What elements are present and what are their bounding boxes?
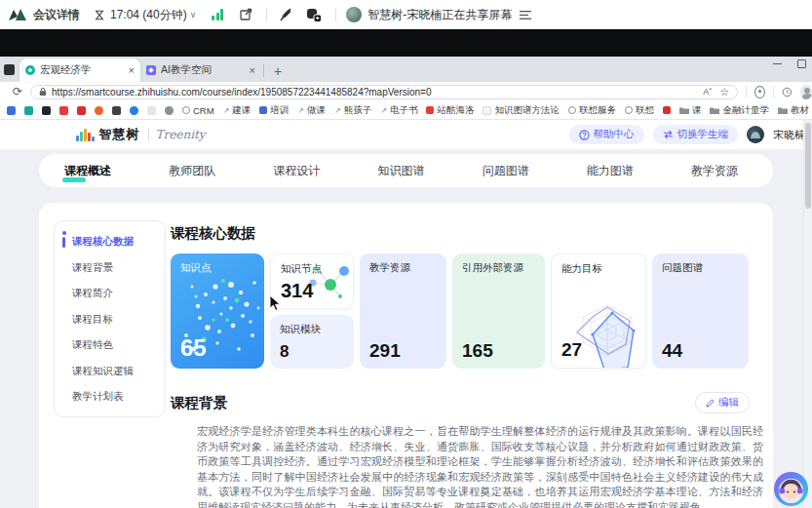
menu-course-features[interactable]: 课程特色 (55, 332, 165, 359)
stat-knowledge-modules[interactable]: 知识模块 8 (270, 315, 354, 369)
audio-interpretation-icon[interactable] (306, 8, 322, 22)
stats-row: 知识点 65 知识节点 314 (171, 254, 763, 369)
bookmark-favicon[interactable] (112, 106, 121, 115)
nav-course-overview[interactable]: 课程概述 (64, 163, 111, 179)
bookmark-lenovo[interactable]: 联想 (625, 104, 654, 117)
ai-assistant-avatar[interactable] (773, 471, 809, 507)
popout-window-icon[interactable] (239, 8, 252, 21)
divider (263, 64, 264, 77)
bookmark-folder-ke[interactable]: 课 (679, 104, 702, 117)
bookmark-crm[interactable]: CRM (182, 105, 214, 116)
edit-button[interactable]: 编辑 (695, 392, 750, 413)
bookmark-jianke[interactable]: ↗建课 (223, 104, 251, 117)
nav-ability-graph[interactable]: 能力图谱 (587, 163, 634, 179)
bookmark-favicon[interactable] (663, 106, 671, 114)
menu-icon[interactable] (520, 11, 531, 20)
bookmark-favicon[interactable] (77, 106, 86, 115)
bookmark-favicon[interactable] (95, 106, 103, 115)
bookmark-zuoke[interactable]: ↗做课 (297, 104, 326, 117)
bookmark-favicon[interactable] (165, 106, 174, 115)
bookmark-favicon[interactable] (42, 106, 51, 115)
meeting-app-logo-icon (8, 8, 27, 21)
url-text[interactable]: https://smartcourse.zhihuishu.com/course… (52, 87, 697, 98)
meeting-toolbar: 会议详情 17:04 (40分钟) ∨ 智慧树-宋晓楠正在共享屏幕 (0, 0, 812, 29)
desktop-background (0, 29, 812, 57)
meeting-details-button[interactable]: 会议详情 (33, 7, 80, 23)
read-aloud-icon[interactable]: Aˆ (703, 87, 712, 97)
bookmark-favicon[interactable] (130, 106, 138, 115)
bookmark-zhanku[interactable]: 站酷海洛 (426, 104, 474, 117)
mouse-cursor (269, 294, 283, 312)
bookmark-favicon[interactable] (59, 106, 68, 115)
browser-corner-icon[interactable] (4, 64, 15, 75)
bookmark-folder-textbook[interactable]: 教材 (778, 104, 809, 117)
menu-course-goals[interactable]: 课程目标 (55, 307, 165, 333)
browser-profile-avatar[interactable] (800, 85, 812, 99)
bookmark-star-icon[interactable]: ☆ (719, 86, 729, 98)
browser-window: 宏观经济学 × AI教学空间 × + ⟳ https://smartcourse… (0, 57, 812, 508)
screen: 会议详情 17:04 (40分钟) ∨ 智慧树-宋晓楠正在共享屏幕 (0, 0, 812, 508)
menu-teaching-plan[interactable]: 教学计划表 (55, 384, 165, 410)
ai-space-favicon (146, 65, 156, 75)
nav-teacher-team[interactable]: 教师团队 (169, 163, 215, 179)
tab-course[interactable]: 宏观经济学 × (19, 59, 140, 82)
zhihuishu-favicon (25, 65, 35, 75)
menu-course-background[interactable]: 课程背景 (55, 255, 165, 282)
stat-knowledge-points[interactable]: 知识点 65 (171, 254, 264, 369)
bookmark-lenovo-service[interactable]: 联想服务 (568, 104, 616, 117)
bookmark-xionghaizi[interactable]: ↗熊孩子 (334, 104, 371, 117)
main-content: 课程核心数据 (171, 203, 763, 508)
page-viewport: 智慧树 Treenity 帮助中心 切换学生端 宋晓楠 (0, 120, 812, 508)
new-tab-button[interactable]: + (274, 64, 282, 78)
nav-course-design[interactable]: 课程设计 (273, 163, 320, 179)
brand-name[interactable]: 智慧树 (99, 126, 140, 143)
nav-question-graph[interactable]: 问题图谱 (483, 163, 529, 179)
tab-ai-space[interactable]: AI教学空间 × (140, 59, 261, 82)
nav-teaching-resources[interactable]: 教学资源 (691, 163, 738, 179)
bookmarks-bar: CRM ↗建课 培训 ↗做课 ↗熊孩子 ↗电子书 站酷海洛 知识图谱方法论 联想… (0, 101, 812, 120)
extension-icon[interactable] (754, 86, 765, 98)
bookmark-favicon[interactable] (147, 106, 156, 115)
divider (746, 86, 747, 98)
minimize-button[interactable] (773, 63, 782, 65)
annotation-disabled-icon[interactable] (279, 8, 292, 21)
bookmark-favicon[interactable] (24, 106, 33, 115)
core-data-title: 课程核心数据 (171, 224, 763, 243)
stat-external-resources[interactable]: 引用外部资源 165 (452, 254, 545, 369)
bookmark-ebook[interactable]: ↗电子书 (380, 104, 417, 117)
menu-knowledge-logic[interactable]: 课程知识逻辑 (55, 359, 165, 385)
site-header: 智慧树 Treenity 帮助中心 切换学生端 宋晓楠 (0, 120, 812, 149)
help-center-button[interactable]: 帮助中心 (569, 125, 644, 144)
question-circle-icon (579, 130, 590, 140)
close-tab-icon[interactable]: × (250, 64, 255, 76)
bookmark-knowledge-method[interactable]: 知识图谱方法论 (483, 104, 560, 117)
stat-ability-goals[interactable]: 能力目标 27 (551, 254, 646, 369)
switch-student-view-button[interactable]: 切换学生端 (653, 125, 739, 144)
chevron-down-icon[interactable]: ∨ (190, 10, 197, 20)
page-scrollbar[interactable] (803, 120, 812, 508)
zhihuishu-logo-icon (76, 129, 95, 141)
close-tab-icon[interactable]: × (129, 64, 135, 76)
menu-core-data[interactable]: 课程核心数据 (55, 229, 165, 255)
user-name[interactable]: 宋晓楠 (773, 128, 805, 142)
address-bar[interactable]: https://smartcourse.zhihuishu.com/course… (30, 85, 738, 99)
divider (148, 129, 149, 141)
history-icon[interactable] (782, 86, 793, 98)
bookmark-folder-econometrics[interactable]: 金融计量学 (710, 104, 769, 117)
stat-teaching-resources[interactable]: 教学资源 291 (360, 254, 446, 369)
tab-strip: 宏观经济学 × AI教学空间 × + (0, 57, 812, 82)
reload-icon[interactable]: ⟳ (13, 86, 22, 98)
bookmark-peixun[interactable]: 培训 (259, 104, 289, 117)
pencil-icon (706, 399, 715, 408)
nav-knowledge-graph[interactable]: 知识图谱 (377, 163, 424, 179)
sharing-status-text: 智慧树-宋晓楠正在共享屏幕 (367, 7, 512, 23)
meeting-timer[interactable]: 17:04 (40分钟) (110, 7, 187, 23)
menu-course-intro[interactable]: 课程简介 (55, 281, 165, 307)
bookmark-favicon[interactable] (7, 106, 16, 115)
stat-question-graph[interactable]: 问题图谱 44 (652, 254, 749, 369)
background-paragraph: 宏观经济学是经济管理类本科生的核心课程之一，旨在帮助学生理解整体经济的运行规律及… (171, 424, 763, 508)
site-info-lock-icon[interactable] (39, 87, 47, 97)
user-avatar[interactable] (747, 126, 764, 143)
restore-button[interactable] (797, 59, 806, 68)
scrollbar-thumb[interactable] (805, 123, 811, 209)
